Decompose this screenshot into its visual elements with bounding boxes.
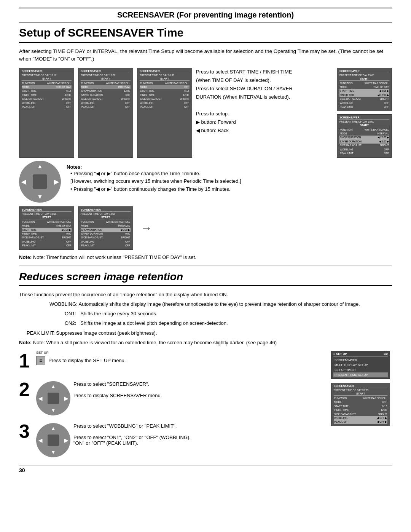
step2-line2: Press to display SCREENSAVER menu. <box>73 393 162 398</box>
dpad-down-arrow[interactable]: ▼ <box>37 193 43 200</box>
reduces-wobbling: WOBBLING: Automatically shifts the displ… <box>19 300 392 308</box>
right-side-panels: ≡ SET UP 2/2 SCREENSAVER MULTI DISPLAY S… <box>331 351 392 457</box>
dpad-left-arrow[interactable]: ◀ <box>21 178 26 185</box>
step-num-1: 1 <box>19 351 32 372</box>
note-line-3: • Pressing "◀ or ▶" button continuously … <box>67 185 241 193</box>
sp-title-3: PRESENT TIME OF DAY 99:99 <box>140 74 190 77</box>
sp-title-2: PRESENT TIME OF DAY 15:00 <box>81 74 131 77</box>
step-num-3: 3 <box>19 421 32 442</box>
setup-menu-panel: ≡ SET UP 2/2 SCREENSAVER MULTI DISPLAY S… <box>331 351 390 379</box>
dpad-remote-1[interactable]: ▲ ▼ ◀ ▶ <box>19 161 61 203</box>
top-panel-1: SCREENSAVER PRESENT TIME OF DAY 15:10 ST… <box>19 68 74 158</box>
notes-label: Notes: <box>67 164 82 170</box>
dpad-right-arrow[interactable]: ▶ <box>54 178 59 185</box>
top-panels-row: SCREENSAVER PRESENT TIME OF DAY 15:10 ST… <box>19 68 392 158</box>
dpad2-center[interactable] <box>48 393 59 404</box>
sp-brand-1: SCREENSAVER <box>22 70 72 73</box>
right-panel-2: SCREENSAVER PRESENT TIME OF DAY 15:00 ST… <box>337 114 392 158</box>
step-content: 1 SET UP ≡ Press to display the SET UP m… <box>19 351 325 457</box>
sp-brand-3: SCREENSAVER <box>140 70 190 73</box>
section-header: SCREENSAVER (For preventing image retent… <box>19 8 392 22</box>
dpad3-left[interactable]: ◀ <box>38 437 42 443</box>
setup-label-1: SET UP <box>36 351 49 355</box>
step2-area: 2 ▲ ▼ ◀ ▶ Press to select "SCREENSAVER".… <box>19 379 325 415</box>
steps-outer: 1 SET UP ≡ Press to display the SET UP m… <box>19 351 392 457</box>
dpad2-right[interactable]: ▶ <box>64 395 68 401</box>
reduces-text: These functions prevent the occurrence o… <box>19 291 392 347</box>
setup-icon-1[interactable]: ≡ <box>36 356 45 365</box>
panel1-table: FUNCTIONWHITE BAR SCROLL MODETIME OF DAY… <box>22 81 72 109</box>
dpad3-up[interactable]: ▲ <box>51 425 56 431</box>
bottom-panel-2: SCREENSAVER PRESENT TIME OF DAY 15:00 ST… <box>78 206 133 250</box>
arrow-right: → <box>137 222 156 235</box>
step1-text: Press to display the SET UP menu. <box>48 358 126 363</box>
smp-setup-timer: SET UP TIMER <box>333 367 388 372</box>
note-line-2: [However, switching occurs every 15 minu… <box>67 177 241 185</box>
dpad-remote-2[interactable]: ▲ ▼ ◀ ▶ <box>36 381 70 415</box>
smp-present-time: PRESENT TIME SETUP <box>333 372 388 377</box>
top-panel-2: SCREENSAVER PRESENT TIME OF DAY 15:00 ST… <box>78 68 133 158</box>
step-num-2: 2 <box>19 379 32 400</box>
bottom-panels-row: SCREENSAVER PRESENT TIME OF DAY 15:10 ST… <box>19 206 392 250</box>
dpad3-right[interactable]: ▶ <box>64 437 68 443</box>
page-number: 30 <box>19 465 392 473</box>
panel2-table: FUNCTIONWHITE BAR SCROLL MODEINTERVAL SH… <box>81 81 131 109</box>
dpad-remote-3[interactable]: ▲ ▼ ◀ ▶ <box>36 423 70 457</box>
note-line: Note: Note: Timer function will not work… <box>19 254 392 261</box>
reduces-title: Reduces screen image retention <box>19 271 392 286</box>
screensaver-bottom-panel: SCREENSAVER PRESENT TIME OF DAY 99:99 ST… <box>331 383 390 426</box>
panel3-table: FUNCTIONWHITE BAR SCROLL MODEOFF START T… <box>140 81 190 109</box>
step1-area: 1 SET UP ≡ Press to display the SET UP m… <box>19 351 325 372</box>
right-panel-1: SCREENSAVER PRESENT TIME OF DAY 15:00 ST… <box>337 68 392 111</box>
smp-header: ≡ SET UP 2/2 <box>333 352 388 357</box>
dpad2-left[interactable]: ◀ <box>38 395 42 401</box>
right-panels: SCREENSAVER PRESENT TIME OF DAY 15:00 ST… <box>337 68 392 158</box>
bottom-panel-1: SCREENSAVER PRESENT TIME OF DAY 15:10 ST… <box>19 206 74 250</box>
step3-line1: Press to select "WOBBLING" or "PEAK LIMI… <box>73 423 191 429</box>
sp-title-1: PRESENT TIME OF DAY 15:10 <box>22 74 72 77</box>
dpad3-down[interactable]: ▼ <box>51 449 56 455</box>
middle-instructions: Press to select START TIME / FINISH TIME… <box>196 68 333 158</box>
page-title: Setup of SCREENSAVER Time <box>19 26 392 43</box>
dpad-center-button[interactable] <box>33 174 47 189</box>
dpad2-up[interactable]: ▲ <box>51 383 56 389</box>
top-panel-3: SCREENSAVER PRESENT TIME OF DAY 99:99 ST… <box>137 68 192 158</box>
dpad2-down[interactable]: ▼ <box>51 407 56 413</box>
intro-text: After selecting TIME OF DAY or INTERVAL,… <box>19 48 392 63</box>
step3-area: 3 ▲ ▼ ◀ ▶ Press to select "WOBBLING" or … <box>19 421 325 457</box>
step3-line3: "ON" or "OFF" (PEAK LIMIT). <box>73 440 191 446</box>
note-line-1: • Pressing "◀ or ▶" button once changes … <box>67 170 241 178</box>
smp-multi-display: MULTI DISPLAY SETUP <box>333 363 388 367</box>
dpad-up-arrow[interactable]: ▲ <box>37 163 43 170</box>
step2-line1: Press to select "SCREENSAVER". <box>73 381 162 387</box>
notes-section: Notes: • Pressing "◀ or ▶" button once c… <box>67 164 241 193</box>
smp-screensaver: SCREENSAVER <box>333 358 388 363</box>
dpad3-center[interactable] <box>48 435 59 446</box>
sp-brand-2: SCREENSAVER <box>81 70 131 73</box>
step3-line2: Press to select "ON1", "ON2" or "OFF" (W… <box>73 435 191 440</box>
